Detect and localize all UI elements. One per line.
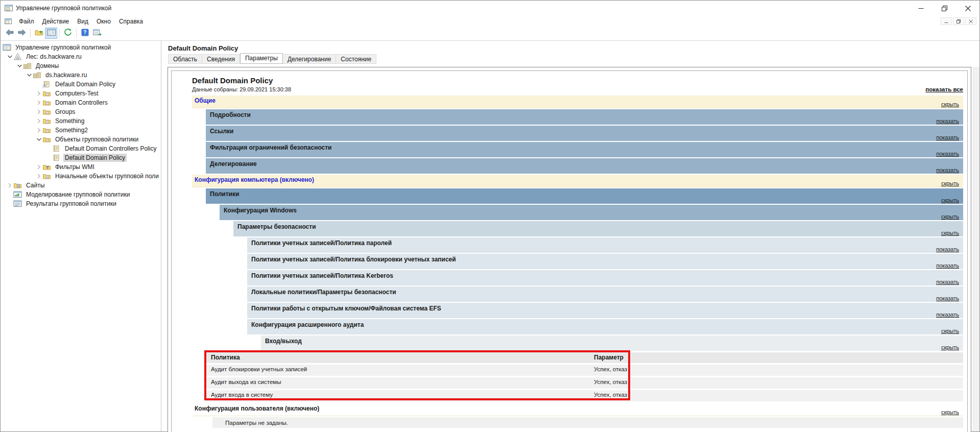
refresh-button[interactable] xyxy=(62,28,74,39)
close-button[interactable] xyxy=(956,1,979,16)
tree-item[interactable]: Default Domain Controllers Policy xyxy=(1,144,161,153)
hide-link[interactable]: скрыть xyxy=(941,328,959,334)
chevron-down-icon[interactable] xyxy=(6,54,13,59)
section-label: Конфигурация Windows xyxy=(224,207,297,214)
report-section-band: Фильтрация ограничений безопасностипоказ… xyxy=(206,142,963,157)
tree-item[interactable]: Начальные объекты групповой поли xyxy=(1,172,161,181)
forward-button[interactable] xyxy=(16,28,28,39)
tree-item[interactable]: Default Domain Policy xyxy=(1,153,161,162)
main-content: Управление групповой политикойЛес: ds.ha… xyxy=(1,40,979,431)
menu-item-1[interactable]: Действие xyxy=(38,17,74,26)
tree-item[interactable]: Something xyxy=(1,116,161,126)
tree-item[interactable]: Домены xyxy=(1,61,161,70)
tree-item[interactable]: Моделирование групповой политики xyxy=(1,190,161,199)
tree-item[interactable]: Domain Controllers xyxy=(1,98,161,107)
tree-item[interactable]: Лес: ds.hackware.ru xyxy=(1,52,161,61)
hide-link[interactable]: скрыть xyxy=(941,101,959,107)
mdi-close-button[interactable] xyxy=(965,17,976,25)
tab-scope[interactable]: Область xyxy=(168,54,202,64)
tree-item[interactable]: Groups xyxy=(1,107,161,116)
results-pane: Default Domain Policy ОбластьСведенияПар… xyxy=(161,41,979,431)
tree-item[interactable]: Default Domain Policy xyxy=(1,80,161,89)
chevron-right-icon[interactable] xyxy=(35,109,42,114)
show-link[interactable]: показать xyxy=(936,118,959,124)
folder-starter-icon xyxy=(42,173,51,180)
show-link[interactable]: показать xyxy=(936,295,959,301)
svg-text:?: ? xyxy=(83,30,86,35)
mdi-minimize-button[interactable] xyxy=(941,17,952,25)
tree-item[interactable]: Результаты групповой политики xyxy=(1,199,161,208)
hide-link[interactable]: скрыть xyxy=(941,344,959,350)
tree-item[interactable]: Сайты xyxy=(1,181,161,190)
tree-item[interactable]: Something2 xyxy=(1,126,161,135)
chevron-right-icon[interactable] xyxy=(35,91,42,96)
report-collected: Данные собраны: 29.09.2021 15:30:38 xyxy=(192,86,291,92)
show-link[interactable]: показать xyxy=(936,151,959,157)
chevron-down-icon[interactable] xyxy=(26,73,33,78)
show-all-link[interactable]: показать все xyxy=(925,86,963,92)
hide-link[interactable]: скрыть xyxy=(941,409,959,415)
section-label: Конфигурация пользователя (включено) xyxy=(195,405,319,412)
menu-item-0[interactable]: Файл xyxy=(15,17,38,26)
show-link[interactable]: показать xyxy=(936,262,959,269)
toolbar-separator xyxy=(30,29,31,38)
chevron-right-icon[interactable] xyxy=(35,100,42,105)
report-section-band: Ссылкипоказать xyxy=(206,126,963,141)
tree-item-label: Начальные объекты групповой поли xyxy=(54,172,160,180)
show-link[interactable]: показать xyxy=(936,279,959,285)
tab-details[interactable]: Сведения xyxy=(202,54,240,64)
chevron-right-icon[interactable] xyxy=(35,164,42,170)
tree-item-label: Домены xyxy=(34,62,60,70)
tab-delegation[interactable]: Делегирование xyxy=(283,54,336,64)
console-tree-icon xyxy=(47,29,56,38)
tree-item[interactable]: Computers-Test xyxy=(1,89,161,98)
report-section-band: Общиескрыть xyxy=(192,95,963,108)
tab-strip: ОбластьСведенияПараметрыДелегированиеСос… xyxy=(168,53,979,64)
section-label: Политики xyxy=(210,190,239,198)
settings-report: Default Domain Policy Данные собраны: 29… xyxy=(168,67,971,432)
back-button[interactable] xyxy=(4,28,16,39)
policy-name: Аудит выхода из системы xyxy=(211,379,281,385)
tree-item-label: Управление групповой политикой xyxy=(14,43,112,52)
hide-link[interactable]: скрыть xyxy=(941,180,959,186)
show-link[interactable]: показать xyxy=(936,246,959,252)
chevron-down-icon[interactable] xyxy=(16,63,23,68)
help-button[interactable]: ? xyxy=(79,28,91,39)
section-label: Параметры безопасности xyxy=(237,223,316,230)
minimize-button[interactable] xyxy=(909,1,933,16)
tab-settings[interactable]: Параметры xyxy=(240,53,283,64)
report-section-band: Параметры безопасностискрыть xyxy=(233,221,963,236)
restore-button[interactable] xyxy=(933,1,956,16)
menu-item-4[interactable]: Справка xyxy=(115,17,147,26)
menu-item-3[interactable]: Окно xyxy=(92,17,115,26)
chevron-right-icon[interactable] xyxy=(6,183,13,188)
tree-item-label: Something2 xyxy=(54,126,89,134)
report-scrollbar[interactable] xyxy=(973,67,979,431)
ou-icon xyxy=(42,127,51,134)
chevron-right-icon[interactable] xyxy=(35,118,42,124)
tree-item-label: ds.hackware.ru xyxy=(44,71,88,79)
chevron-down-icon[interactable] xyxy=(35,137,42,142)
hide-link[interactable]: скрыть xyxy=(941,230,959,236)
export-list-button[interactable] xyxy=(91,28,103,39)
tree-item[interactable]: Фильтры WMI xyxy=(1,162,161,172)
report-section-band: Политики учетных записей/Политика блокир… xyxy=(247,254,963,269)
report-section-band: Локальные политики/Параметры безопасност… xyxy=(247,286,963,302)
tree-item[interactable]: Управление групповой политикой xyxy=(1,43,161,52)
chevron-right-icon[interactable] xyxy=(35,128,42,133)
hide-link[interactable]: скрыть xyxy=(941,197,959,203)
show-console-tree-button[interactable] xyxy=(45,28,57,39)
menu-item-2[interactable]: Вид xyxy=(73,17,92,26)
report-section-band: Политикискрыть xyxy=(206,188,963,204)
show-link[interactable]: показать xyxy=(936,134,959,140)
hide-link[interactable]: скрыть xyxy=(941,213,959,220)
tree-item[interactable]: ds.hackware.ru xyxy=(1,70,161,80)
tab-status[interactable]: Состояние xyxy=(336,54,376,64)
show-link[interactable]: показать xyxy=(936,311,959,318)
tree-item-label: Default Domain Controllers Policy xyxy=(63,145,158,153)
up-one-level-button[interactable] xyxy=(33,28,45,39)
show-link[interactable]: показать xyxy=(936,167,959,173)
mdi-restore-button[interactable] xyxy=(953,17,964,25)
tree-item[interactable]: Объекты групповой политики xyxy=(1,135,161,144)
chevron-right-icon[interactable] xyxy=(35,174,42,179)
